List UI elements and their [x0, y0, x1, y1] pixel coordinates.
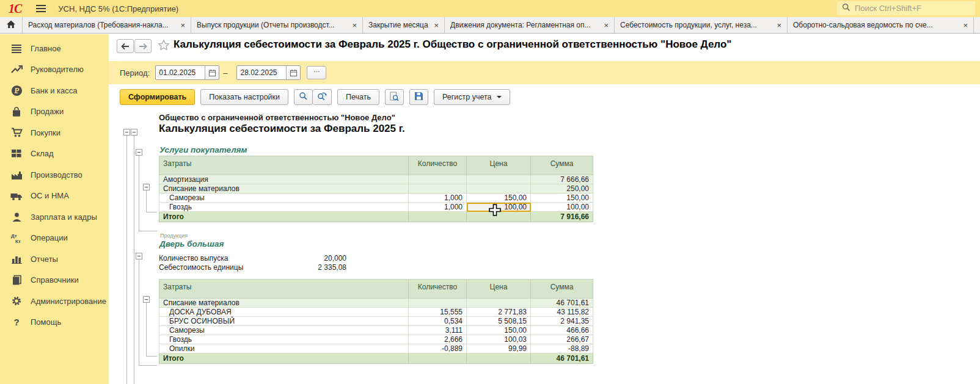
sidebar-item-помощь[interactable]: ?Помощь: [0, 312, 109, 333]
cell-price[interactable]: [467, 353, 531, 364]
collapse-group-button[interactable]: [143, 296, 150, 303]
cell-sum[interactable]: 266,67: [531, 335, 593, 344]
cell-sum[interactable]: 2 941,35: [531, 317, 593, 326]
cell-price[interactable]: 150,00: [467, 194, 531, 203]
sidebar-item-отчеты[interactable]: Отчеты: [0, 248, 109, 270]
forward-button[interactable]: [134, 39, 152, 53]
calendar-icon[interactable]: [286, 66, 300, 79]
show-settings-button[interactable]: Показать настройки: [200, 89, 288, 105]
sidebar-item-администрирование[interactable]: Администрирование: [0, 291, 109, 312]
cell-name[interactable]: Саморезы: [159, 194, 409, 203]
cell-name[interactable]: Итого: [159, 212, 409, 222]
cell-price[interactable]: [467, 184, 531, 194]
cell-qty[interactable]: [409, 299, 467, 308]
cell-sum[interactable]: 7 916,66: [531, 212, 593, 222]
home-tab[interactable]: [0, 17, 23, 33]
column-header[interactable]: Затраты: [159, 280, 409, 299]
close-icon[interactable]: ×: [180, 21, 185, 29]
cell-price[interactable]: 2 771,83: [467, 308, 531, 317]
cell-name[interactable]: Списание материалов: [159, 299, 409, 308]
cell-qty[interactable]: 2,666: [409, 335, 467, 344]
column-header[interactable]: Количество: [409, 280, 467, 299]
cell-name[interactable]: Итого: [159, 353, 409, 364]
period-from-input[interactable]: 01.02.2025: [156, 66, 205, 79]
sidebar-item-главное[interactable]: Главное: [0, 38, 109, 59]
collapse-level-button[interactable]: [123, 129, 130, 136]
cell-price[interactable]: [467, 175, 531, 184]
sidebar-item-производство[interactable]: Производство: [0, 164, 109, 186]
cell-qty[interactable]: 15,555: [409, 308, 467, 317]
find-next-button[interactable]: [313, 89, 332, 105]
collapse-group-button[interactable]: [143, 184, 150, 190]
collapse-group-button[interactable]: [136, 253, 142, 259]
global-search-input[interactable]: Поиск Ctrl+Shift+F: [837, 1, 975, 15]
cell-qty[interactable]: 0,534: [409, 317, 467, 326]
cell-sum[interactable]: 7 666,66: [531, 175, 593, 184]
sidebar-item-руководителю[interactable]: Руководителю: [0, 59, 109, 81]
cell-name[interactable]: Саморезы: [159, 326, 409, 335]
save-button[interactable]: [409, 89, 428, 105]
sidebar-item-зарплата-и-кадры[interactable]: Зарплата и кадры: [0, 206, 109, 228]
tab[interactable]: Закрытие месяца×: [363, 17, 445, 33]
column-header[interactable]: Затраты: [159, 156, 409, 175]
cell-sum[interactable]: 466,66: [531, 326, 593, 335]
close-icon[interactable]: ×: [963, 21, 968, 29]
collapse-group-button[interactable]: [136, 149, 142, 156]
cell-sum[interactable]: 46 701,61: [531, 299, 593, 308]
find-button[interactable]: [294, 89, 313, 105]
cell-price[interactable]: 100,00: [467, 203, 531, 212]
cell-price[interactable]: [467, 299, 531, 308]
cell-qty[interactable]: [409, 353, 467, 364]
cell-sum[interactable]: -88,89: [531, 344, 593, 353]
print-button[interactable]: Печать: [337, 89, 379, 105]
cell-qty[interactable]: 3,111: [409, 326, 467, 335]
sidebar-item-операции[interactable]: ДтКтОперации: [0, 228, 109, 249]
column-header[interactable]: Сумма: [531, 156, 593, 175]
cell-price[interactable]: 99,99: [467, 344, 531, 353]
cell-name[interactable]: Списание материалов: [159, 184, 409, 194]
sidebar-item-банк-и-касса[interactable]: РБанк и касса: [0, 80, 109, 101]
tab[interactable]: Оборотно-сальдовая ведомость по сче...×: [788, 17, 974, 33]
cell-qty[interactable]: 1,000: [409, 203, 467, 212]
sidebar-item-покупки[interactable]: Покупки: [0, 122, 109, 143]
cell-qty[interactable]: 1,000: [409, 194, 467, 203]
cell-qty[interactable]: -0,889: [409, 344, 467, 353]
collapse-level-button[interactable]: [131, 129, 137, 136]
cell-qty[interactable]: [409, 175, 467, 184]
cell-name[interactable]: БРУС ОСИНОВЫЙ: [159, 317, 409, 326]
close-icon[interactable]: ×: [777, 21, 781, 29]
cell-name[interactable]: Опилки: [159, 344, 409, 353]
sidebar-item-склад[interactable]: Склад: [0, 143, 109, 165]
cell-sum[interactable]: 46 701,61: [531, 353, 593, 364]
tab[interactable]: Себестоимость продукции, услуг, неза...×: [615, 17, 788, 33]
column-header[interactable]: Количество: [409, 156, 467, 175]
cell-name[interactable]: Гвоздь: [159, 203, 409, 212]
sidebar-item-справочники[interactable]: Справочники: [0, 270, 109, 291]
period-more-button[interactable]: ...: [307, 66, 326, 79]
cell-price[interactable]: 150,00: [467, 326, 531, 335]
cell-name[interactable]: Гвоздь: [159, 335, 409, 344]
register-dropdown-button[interactable]: Регистр учета: [434, 89, 510, 105]
column-header[interactable]: Сумма: [531, 280, 593, 299]
cell-price[interactable]: [467, 212, 531, 222]
favorite-star-icon[interactable]: [158, 39, 170, 54]
cell-price[interactable]: 5 508,15: [467, 317, 531, 326]
cell-name[interactable]: Амортизация: [159, 175, 409, 184]
tab[interactable]: Выпуск продукции (Отчеты производст...×: [191, 17, 363, 33]
column-header[interactable]: Цена: [467, 280, 531, 299]
cell-sum[interactable]: 100,00: [531, 203, 593, 212]
cell-name[interactable]: ДОСКА ДУБОВАЯ: [159, 308, 409, 317]
cell-sum[interactable]: 43 115,82: [531, 308, 593, 317]
main-menu-icon[interactable]: [36, 5, 46, 12]
cell-sum[interactable]: 250,00: [531, 184, 593, 194]
close-icon[interactable]: ×: [352, 21, 357, 29]
tab[interactable]: Расход материалов (Требования-накла...×: [23, 17, 191, 33]
sidebar-item-ос-и-нма[interactable]: ОС и НМА: [0, 186, 109, 207]
calendar-icon[interactable]: [205, 66, 219, 79]
sidebar-item-продажи[interactable]: Продажи: [0, 101, 109, 123]
close-icon[interactable]: ×: [434, 21, 439, 29]
print-preview-button[interactable]: [385, 89, 404, 105]
close-icon[interactable]: ×: [604, 21, 609, 29]
back-button[interactable]: [117, 39, 134, 53]
cell-qty[interactable]: [409, 184, 467, 194]
